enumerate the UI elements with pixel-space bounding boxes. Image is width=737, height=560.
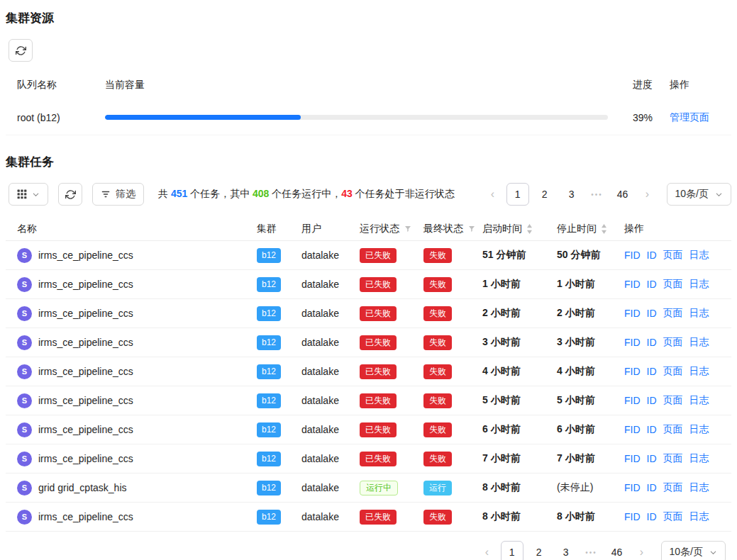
- task-avatar: S: [17, 422, 32, 437]
- chevron-down-icon: [709, 549, 717, 556]
- pagination-prev-icon[interactable]: ‹: [484, 183, 502, 206]
- action-link-id[interactable]: ID: [647, 308, 657, 319]
- action-link-id[interactable]: ID: [647, 337, 657, 348]
- page-size-select[interactable]: 10条/页: [667, 183, 731, 206]
- summary-count: 451: [171, 188, 187, 199]
- final-status-badge: 失败: [423, 364, 452, 379]
- pagination-page-46[interactable]: 46: [611, 183, 634, 206]
- action-link-fid[interactable]: FID: [624, 279, 641, 290]
- action-link-id[interactable]: ID: [647, 395, 657, 406]
- action-link-日志[interactable]: 日志: [689, 336, 709, 349]
- action-link-fid[interactable]: FID: [624, 395, 641, 406]
- filter-funnel-icon[interactable]: [404, 225, 412, 233]
- action-link-id[interactable]: ID: [647, 250, 657, 261]
- resources-title: 集群资源: [6, 7, 731, 29]
- filter-funnel-icon[interactable]: [467, 225, 476, 233]
- action-link-页面[interactable]: 页面: [663, 394, 683, 407]
- filter-button[interactable]: 筛选: [92, 183, 144, 206]
- summary-text: 个任务处于非运行状态: [353, 188, 455, 199]
- start-time: 1 小时前: [482, 278, 557, 291]
- pagination-page-2[interactable]: 2: [528, 541, 550, 560]
- sorter-icon[interactable]: [601, 224, 607, 234]
- pagination-next-icon[interactable]: ›: [633, 541, 651, 560]
- pagination-page-3[interactable]: 3: [560, 183, 583, 206]
- action-link-fid[interactable]: FID: [624, 511, 641, 522]
- task-avatar: S: [17, 335, 32, 350]
- tasks-table: 名称 集群 用户 运行状态 最终状态 启动时间 停止时间 操作 Sirms_ce…: [6, 217, 731, 532]
- task-name: irms_ce_pipeline_ccs: [38, 366, 133, 377]
- pagination-page-46[interactable]: 46: [606, 541, 628, 560]
- action-link-fid[interactable]: FID: [624, 337, 641, 348]
- resources-refresh-button[interactable]: [9, 39, 33, 62]
- table-row: Sirms_ce_pipeline_ccsb12datalake已失败失败6 小…: [6, 415, 731, 444]
- action-link-页面[interactable]: 页面: [663, 423, 683, 436]
- grid-icon: [17, 189, 27, 199]
- pagination-page-3[interactable]: 3: [555, 541, 577, 560]
- pagination-page-1[interactable]: 1: [506, 183, 529, 206]
- stop-time: (未停止): [557, 481, 624, 494]
- action-link-页面[interactable]: 页面: [663, 278, 683, 291]
- action-link-日志[interactable]: 日志: [689, 423, 709, 436]
- action-link-id[interactable]: ID: [647, 453, 657, 464]
- manage-page-link[interactable]: 管理页面: [670, 111, 709, 123]
- action-link-页面[interactable]: 页面: [663, 365, 683, 378]
- tasks-refresh-button[interactable]: [58, 183, 82, 206]
- refresh-icon: [16, 45, 26, 56]
- chevron-down-icon: [715, 191, 723, 198]
- action-link-fid[interactable]: FID: [624, 308, 641, 319]
- task-avatar: S: [17, 306, 32, 321]
- action-link-日志[interactable]: 日志: [689, 365, 709, 378]
- action-link-fid[interactable]: FID: [624, 482, 641, 493]
- action-link-日志[interactable]: 日志: [689, 249, 709, 262]
- action-link-id[interactable]: ID: [647, 511, 657, 522]
- sorter-icon[interactable]: [526, 224, 533, 234]
- page-size-select[interactable]: 10条/页: [661, 541, 726, 560]
- action-link-fid[interactable]: FID: [624, 424, 641, 435]
- action-link-fid[interactable]: FID: [624, 250, 641, 261]
- summary-count: 43: [341, 188, 353, 199]
- run-status-badge: 运行中: [360, 481, 398, 495]
- resources-table-header: 队列名称 当前容量 进度 操作: [6, 70, 731, 100]
- task-avatar: S: [17, 277, 32, 292]
- action-link-日志[interactable]: 日志: [689, 452, 709, 465]
- pagination-page-1[interactable]: 1: [501, 541, 523, 560]
- cluster-badge: b12: [257, 364, 281, 379]
- action-link-id[interactable]: ID: [647, 424, 657, 435]
- queue-name: root (b12): [17, 112, 105, 123]
- task-name: irms_ce_pipeline_ccs: [38, 279, 133, 290]
- header-start-time: 启动时间: [482, 223, 557, 235]
- action-link-页面[interactable]: 页面: [663, 307, 683, 320]
- action-link-日志[interactable]: 日志: [689, 481, 709, 494]
- final-status-badge: 运行: [423, 481, 452, 495]
- stop-time: 1 小时前: [557, 278, 624, 291]
- action-link-日志[interactable]: 日志: [689, 510, 709, 523]
- task-user: datalake: [301, 424, 360, 435]
- resources-header-queue: 队列名称: [17, 79, 105, 91]
- pagination-next-icon[interactable]: ›: [638, 183, 657, 206]
- pagination-page-2[interactable]: 2: [533, 183, 556, 206]
- action-link-页面[interactable]: 页面: [663, 510, 683, 523]
- column-settings-button[interactable]: [9, 183, 48, 206]
- start-time: 8 小时前: [482, 510, 557, 523]
- action-link-id[interactable]: ID: [647, 279, 657, 290]
- action-link-页面[interactable]: 页面: [663, 481, 683, 494]
- resources-table: 队列名称 当前容量 进度 操作 root (b12) 39% 管理页面: [6, 70, 731, 135]
- table-row: Sirms_ce_pipeline_ccsb12datalake已失败失败7 小…: [6, 444, 731, 474]
- action-link-页面[interactable]: 页面: [663, 452, 683, 465]
- pagination-prev-icon[interactable]: ‹: [478, 541, 497, 560]
- action-link-页面[interactable]: 页面: [663, 249, 683, 262]
- table-row: Sgrid grid_cptask_hisb12datalake运行中运行8 小…: [6, 474, 731, 503]
- action-link-日志[interactable]: 日志: [689, 307, 709, 320]
- action-link-id[interactable]: ID: [647, 482, 657, 493]
- header-cluster: 集群: [257, 223, 301, 235]
- task-avatar: S: [17, 393, 32, 408]
- action-link-id[interactable]: ID: [647, 366, 657, 377]
- action-link-fid[interactable]: FID: [624, 453, 641, 464]
- start-time: 3 小时前: [482, 336, 557, 349]
- task-name: irms_ce_pipeline_ccs: [38, 308, 133, 319]
- action-link-日志[interactable]: 日志: [689, 394, 709, 407]
- action-link-fid[interactable]: FID: [624, 366, 641, 377]
- action-link-页面[interactable]: 页面: [663, 336, 683, 349]
- action-link-日志[interactable]: 日志: [689, 278, 709, 291]
- start-time: 8 小时前: [482, 481, 557, 494]
